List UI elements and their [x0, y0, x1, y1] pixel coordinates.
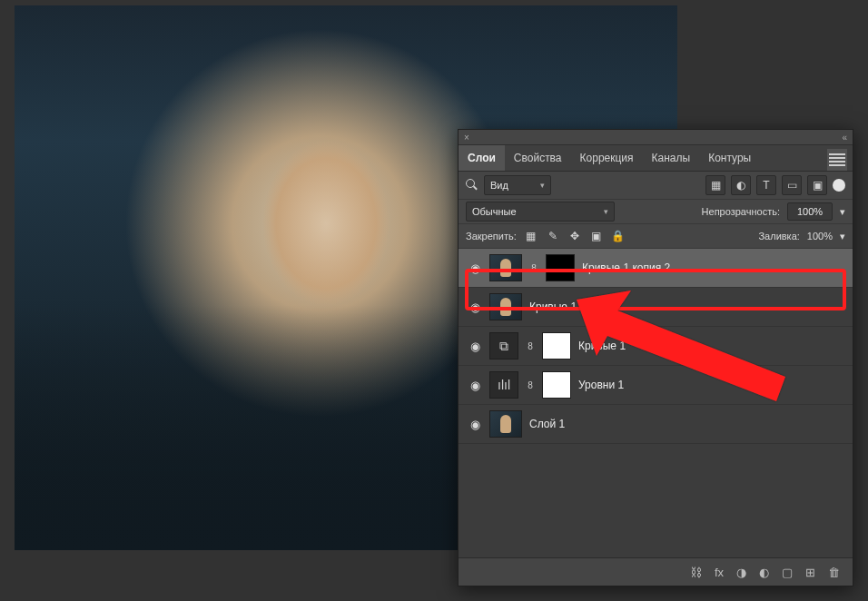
layer-filter-row: Вид ▾ ▦ ◐ T ▭ ▣ — [459, 172, 853, 200]
search-icon — [466, 179, 478, 192]
fill-label: Заливка: — [758, 231, 799, 241]
layer-thumbnail[interactable] — [489, 254, 522, 281]
lock-brush-icon[interactable]: ✎ — [546, 229, 560, 243]
chevron-down-icon: ▾ — [604, 207, 608, 216]
filter-smart-button[interactable]: ▣ — [807, 175, 827, 195]
layer-name[interactable]: Кривые 1 копия — [529, 300, 843, 313]
filter-shape-button[interactable]: ▭ — [782, 175, 802, 195]
chevron-down-icon[interactable]: ▾ — [840, 206, 845, 218]
new-group-button[interactable]: ▢ — [782, 566, 793, 579]
panel-menu-button[interactable] — [827, 149, 847, 171]
opacity-input[interactable]: 100% — [787, 202, 833, 221]
adjustment-icon[interactable]: ⧉ — [489, 332, 518, 360]
layer-name[interactable]: Слой 1 — [529, 418, 843, 430]
new-adjustment-button[interactable]: ◐ — [759, 566, 769, 579]
lock-artboard-icon[interactable]: ▣ — [589, 229, 604, 243]
filter-toggle[interactable] — [833, 179, 845, 192]
opacity-label: Непрозрачность: — [702, 206, 780, 217]
visibility-toggle[interactable]: ◉ — [468, 300, 482, 314]
filter-adjustment-button[interactable]: ◐ — [731, 175, 751, 195]
lock-position-icon[interactable]: ✥ — [567, 229, 582, 243]
layer-row[interactable]: ◉ ılıl 8 Уровни 1 — [459, 366, 853, 405]
tab-channels[interactable]: Каналы — [643, 145, 700, 171]
lock-pixels-icon[interactable]: ▦ — [524, 229, 538, 243]
filter-type-button[interactable]: T — [756, 175, 776, 195]
lock-fill-row: Закрепить: ▦ ✎ ✥ ▣ 🔒 Заливка: 100% ▾ — [459, 224, 853, 249]
layer-row[interactable]: ◉ ⧉ 8 Кривые 1 — [459, 327, 853, 366]
layer-row[interactable]: ◉ Кривые 1 копия — [459, 288, 853, 327]
layer-mask-thumb[interactable] — [542, 332, 571, 360]
layer-thumbnail[interactable] — [489, 293, 522, 320]
visibility-toggle[interactable]: ◉ — [468, 340, 482, 353]
adjustment-icon[interactable]: ılıl — [489, 371, 518, 399]
filter-pixel-button[interactable]: ▦ — [705, 175, 725, 195]
panel-tabs: Слои Свойства Коррекция Каналы Контуры — [459, 145, 853, 172]
link-layers-button[interactable]: ⛓ — [690, 566, 702, 579]
tab-properties[interactable]: Свойства — [505, 145, 571, 171]
layers-panel: × « Слои Свойства Коррекция Каналы Конту… — [458, 129, 853, 586]
panel-footer: ⛓ fx ◑ ◐ ▢ ⊞ 🗑 — [459, 557, 853, 586]
layer-name[interactable]: Кривые 1 копия 2 — [582, 261, 843, 274]
link-mask-icon[interactable]: 8 — [529, 255, 538, 281]
collapse-panel-icon[interactable]: « — [842, 133, 847, 143]
tab-layers[interactable]: Слои — [459, 145, 505, 171]
link-mask-icon[interactable]: 8 — [526, 333, 535, 359]
layer-row[interactable]: ◉ Слой 1 — [459, 405, 853, 444]
chevron-down-icon: ▾ — [540, 181, 545, 190]
add-mask-button[interactable]: ◑ — [736, 566, 746, 579]
filter-kind-label: Вид — [490, 180, 508, 191]
blend-mode-value: Обычные — [472, 206, 517, 217]
link-mask-icon[interactable]: 8 — [526, 372, 535, 398]
fx-button[interactable]: fx — [715, 566, 724, 579]
visibility-toggle[interactable]: ◉ — [468, 418, 482, 431]
new-layer-button[interactable]: ⊞ — [805, 566, 815, 579]
delete-layer-button[interactable]: 🗑 — [828, 566, 840, 579]
close-panel-icon[interactable]: × — [464, 133, 469, 143]
layer-list: ◉ 8 Кривые 1 копия 2 ◉ Кривые 1 копия ◉ … — [459, 249, 853, 557]
visibility-toggle[interactable]: ◉ — [468, 261, 482, 275]
layer-mask-thumb[interactable] — [542, 371, 571, 399]
layer-name[interactable]: Уровни 1 — [578, 379, 843, 391]
fill-input[interactable]: 100% — [807, 231, 833, 241]
layer-mask-thumb[interactable] — [546, 254, 575, 281]
layer-name[interactable]: Кривые 1 — [578, 340, 843, 352]
blend-mode-dropdown[interactable]: Обычные ▾ — [466, 202, 615, 222]
layer-thumbnail[interactable] — [489, 410, 522, 438]
panel-topbar: × « — [459, 130, 853, 145]
tab-paths[interactable]: Контуры — [699, 145, 760, 171]
filter-kind-dropdown[interactable]: Вид ▾ — [484, 175, 551, 195]
lock-all-icon[interactable]: 🔒 — [611, 229, 626, 243]
tab-adjustments[interactable]: Коррекция — [571, 145, 643, 171]
lock-label: Закрепить: — [466, 231, 517, 241]
blend-opacity-row: Обычные ▾ Непрозрачность: 100% ▾ — [459, 200, 853, 224]
layer-row[interactable]: ◉ 8 Кривые 1 копия 2 — [459, 249, 853, 288]
chevron-down-icon[interactable]: ▾ — [840, 231, 845, 242]
visibility-toggle[interactable]: ◉ — [468, 379, 482, 392]
